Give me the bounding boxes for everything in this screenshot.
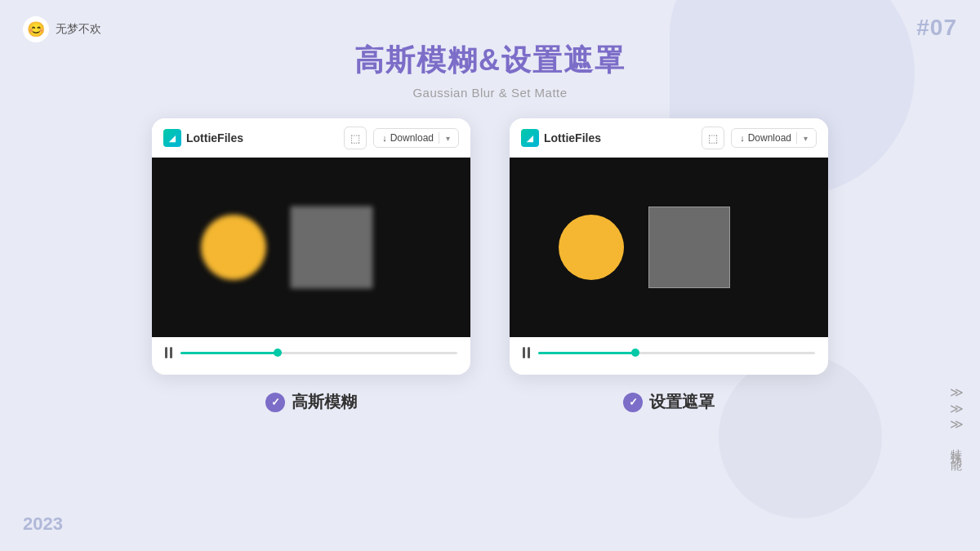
folder-icon-right: ⬚ <box>708 132 718 144</box>
right-label-text: 设置遮罩 <box>649 391 715 413</box>
left-progress-dot <box>274 349 282 357</box>
left-logo-icon: ◢ <box>163 129 181 147</box>
sidebar-arrows: ≫ ≫ ≫ <box>950 384 964 432</box>
sidebar-label-text: 特殊功能 <box>949 440 964 453</box>
download-caret-icon: ▾ <box>444 134 450 143</box>
left-progress-fill <box>180 352 278 354</box>
right-logo-icon: ◢ <box>521 129 539 147</box>
right-pause-bar-right <box>528 347 530 358</box>
download-divider <box>439 132 439 144</box>
user-name: 无梦不欢 <box>56 22 101 37</box>
left-card-wrapper: ◢ LottieFiles ⬚ ↓ Download ▾ <box>152 118 470 413</box>
left-player-controls <box>152 337 470 362</box>
folder-icon: ⬚ <box>350 132 360 144</box>
left-folder-button[interactable]: ⬚ <box>344 127 367 149</box>
cards-container: ◢ LottieFiles ⬚ ↓ Download ▾ <box>0 118 980 413</box>
left-logo-text: LottieFiles <box>186 131 243 144</box>
left-player-card: ◢ LottieFiles ⬚ ↓ Download ▾ <box>152 118 470 375</box>
pause-bar-left <box>165 347 167 358</box>
right-download-button[interactable]: ↓ Download ▾ <box>731 128 817 148</box>
right-gray-rect <box>648 207 730 288</box>
pause-bar-right <box>170 347 172 358</box>
right-header-right: ⬚ ↓ Download ▾ <box>702 127 817 149</box>
left-card-label: ✓ 高斯模糊 <box>265 391 357 413</box>
right-logo-text: LottieFiles <box>544 131 601 144</box>
right-check-icon: ✓ <box>623 393 643 412</box>
right-pause-bar-left <box>523 347 525 358</box>
right-card-header: ◢ LottieFiles ⬚ ↓ Download ▾ <box>510 118 828 158</box>
left-download-label: Download <box>390 132 434 144</box>
right-player-controls <box>510 337 828 362</box>
right-lottie-logo: ◢ LottieFiles <box>521 129 601 147</box>
right-card-label: ✓ 设置遮罩 <box>623 391 715 413</box>
right-player-card: ◢ LottieFiles ⬚ ↓ Download ▾ <box>510 118 828 375</box>
user-info: 😊 无梦不欢 <box>23 16 101 42</box>
right-download-label: Download <box>748 132 791 144</box>
right-download-arrow-icon: ↓ <box>740 133 745 143</box>
left-canvas <box>152 158 470 337</box>
left-card-header: ◢ LottieFiles ⬚ ↓ Download ▾ <box>152 118 470 158</box>
right-download-divider <box>796 132 797 144</box>
right-yellow-circle <box>559 215 624 280</box>
right-download-caret-icon: ▾ <box>802 134 808 143</box>
right-pause-button[interactable] <box>523 347 530 358</box>
left-label-text: 高斯模糊 <box>292 391 357 413</box>
right-progress-track[interactable] <box>538 352 815 354</box>
left-header-right: ⬚ ↓ Download ▾ <box>344 127 459 149</box>
left-lottie-logo: ◢ LottieFiles <box>163 129 243 147</box>
right-card-wrapper: ◢ LottieFiles ⬚ ↓ Download ▾ <box>510 118 828 413</box>
user-avatar: 😊 <box>23 16 49 42</box>
sub-title: Gaussian Blur & Set Matte <box>0 86 980 100</box>
title-section: 高斯模糊&设置遮罩 Gaussian Blur & Set Matte <box>0 41 980 100</box>
left-check-icon: ✓ <box>265 393 285 412</box>
year-label: 2023 <box>23 513 63 535</box>
right-progress-fill <box>538 352 635 354</box>
download-arrow-icon: ↓ <box>382 133 387 143</box>
main-title: 高斯模糊&设置遮罩 <box>0 41 980 81</box>
slide-number: #07 <box>916 15 957 41</box>
right-folder-button[interactable]: ⬚ <box>702 127 724 149</box>
right-canvas <box>510 158 828 337</box>
left-progress-track[interactable] <box>180 352 457 354</box>
right-progress-dot <box>631 349 639 357</box>
left-download-button[interactable]: ↓ Download ▾ <box>373 128 459 148</box>
left-gray-rect <box>291 207 372 288</box>
right-sidebar: ≫ ≫ ≫ 特殊功能 <box>949 384 964 453</box>
left-yellow-circle <box>201 215 266 280</box>
left-pause-button[interactable] <box>165 347 172 358</box>
